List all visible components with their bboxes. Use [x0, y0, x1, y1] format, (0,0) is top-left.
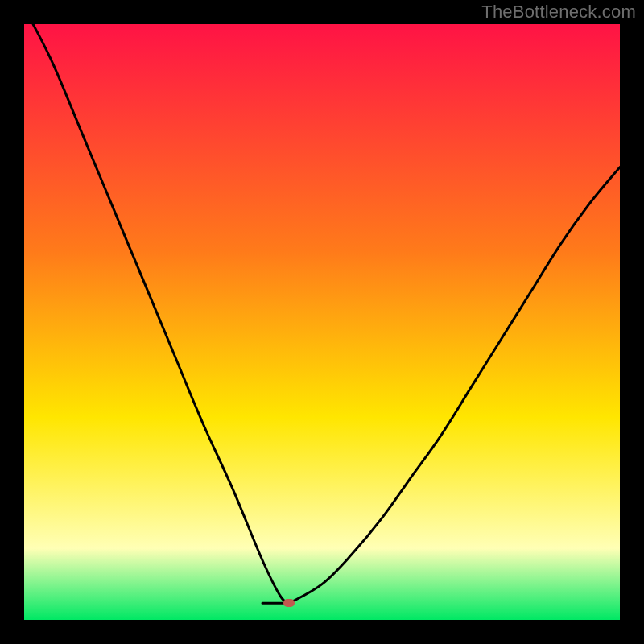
gradient-background: [24, 24, 620, 620]
watermark-text: TheBottleneck.com: [481, 2, 636, 23]
plot-area: [24, 24, 620, 620]
chart-frame: TheBottleneck.com: [0, 0, 644, 644]
plot-svg: [24, 24, 620, 620]
optimum-marker: [283, 599, 295, 607]
